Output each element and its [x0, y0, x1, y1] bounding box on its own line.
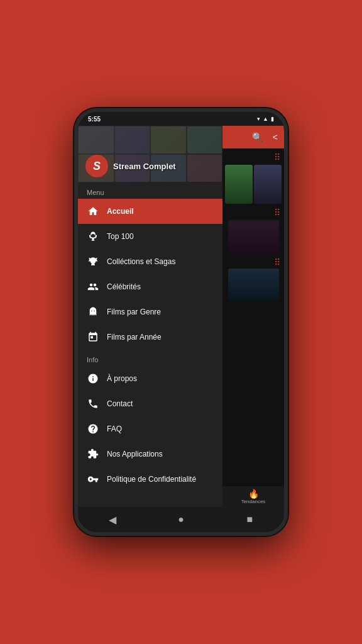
fire-icon: 🔥: [248, 489, 259, 499]
wifi-icon: ▾: [257, 116, 260, 122]
battery-icon: ▮: [271, 116, 274, 122]
phone-frame: 5:55 ▾ ▲ ▮: [74, 108, 288, 536]
people-icon: [87, 280, 99, 293]
sidebar-item-films-genre[interactable]: Films par Genre: [78, 299, 222, 325]
apps-label: Nos Applications: [107, 450, 163, 458]
sidebar-item-apropos[interactable]: À propos: [78, 366, 222, 391]
confidentialite-label: Politique de Confidentialité: [107, 475, 196, 484]
ghost-icon: [87, 306, 99, 318]
films-genre-label: Films par Genre: [107, 308, 161, 316]
accueil-label: Accueil: [107, 207, 134, 216]
sidebar-item-confidentialite[interactable]: Politique de Confidentialité: [78, 467, 222, 492]
tendances-section[interactable]: 🔥 Tendances: [222, 486, 284, 507]
thumbnail-1[interactable]: [225, 165, 253, 204]
trophy-icon: [87, 230, 99, 243]
grid-row-3: ⠿: [225, 256, 282, 269]
thumbnail-2[interactable]: [254, 165, 282, 204]
home-button[interactable]: ●: [168, 507, 194, 532]
bat-icon: [87, 255, 99, 268]
bottom-nav: ◀ ● ■: [78, 507, 284, 532]
content-top-bar: 🔍 <: [222, 126, 284, 148]
sidebar-item-films-annee[interactable]: Films par Année: [78, 325, 222, 350]
home-icon: [87, 205, 99, 218]
recent-button[interactable]: ■: [237, 507, 262, 532]
grid-row-1: ⠿: [225, 151, 282, 165]
content-body: ⠿ ⠿ ⠿: [222, 148, 284, 303]
info-section-label: Info: [78, 350, 222, 366]
grid-icon-1[interactable]: ⠿: [274, 152, 280, 162]
sidebar-item-collections[interactable]: Colléctions et Sagas: [78, 249, 222, 274]
help-icon: [87, 423, 99, 435]
sidebar-header: S Stream Complet: [78, 126, 222, 182]
menu-section-label: Menu: [78, 182, 222, 199]
main-screen: S Stream Complet Menu Accueil Top 100: [78, 126, 284, 507]
blurred-content: [228, 220, 279, 255]
phone-icon: [87, 397, 99, 410]
celebrites-label: Célébrités: [107, 282, 141, 291]
sidebar: S Stream Complet Menu Accueil Top 100: [78, 126, 222, 507]
sidebar-item-apps[interactable]: Nos Applications: [78, 441, 222, 467]
sidebar-item-accueil[interactable]: Accueil: [78, 199, 222, 224]
info-icon: [87, 372, 99, 385]
sidebar-logo-area: S Stream Complet: [85, 155, 176, 177]
grid-row-2: ⠿: [225, 206, 282, 219]
films-annee-label: Films par Année: [107, 333, 162, 341]
status-bar: 5:55 ▾ ▲ ▮: [78, 112, 284, 126]
thumbnail-blue[interactable]: [228, 269, 279, 300]
apropos-label: À propos: [107, 374, 137, 383]
grid-icon-3[interactable]: ⠿: [274, 257, 280, 267]
top100-label: Top 100: [107, 232, 134, 241]
app-logo: S: [85, 155, 108, 177]
signal-icon: ▲: [263, 116, 268, 122]
sidebar-item-celebrites[interactable]: Célébrités: [78, 274, 222, 299]
contact-label: Contact: [107, 399, 133, 408]
sidebar-item-faq[interactable]: FAQ: [78, 416, 222, 441]
key-icon: [87, 473, 99, 486]
share-icon[interactable]: <: [273, 132, 278, 142]
status-icons: ▾ ▲ ▮: [257, 116, 274, 122]
search-icon[interactable]: 🔍: [252, 132, 263, 142]
app-title: Stream Complet: [113, 162, 176, 171]
content-area: 🔍 < ⠿ ⠿: [222, 126, 284, 507]
calendar-icon: [87, 331, 99, 343]
puzzle-icon: [87, 448, 99, 460]
sidebar-item-contact[interactable]: Contact: [78, 391, 222, 416]
back-button[interactable]: ◀: [100, 507, 125, 532]
sidebar-item-top100[interactable]: Top 100: [78, 224, 222, 249]
thumb-row-1: [225, 165, 282, 204]
status-time: 5:55: [88, 116, 101, 123]
grid-icon-2[interactable]: ⠿: [274, 208, 280, 218]
faq-label: FAQ: [107, 425, 122, 433]
collections-label: Colléctions et Sagas: [107, 257, 175, 266]
tendances-label: Tendances: [241, 499, 266, 504]
